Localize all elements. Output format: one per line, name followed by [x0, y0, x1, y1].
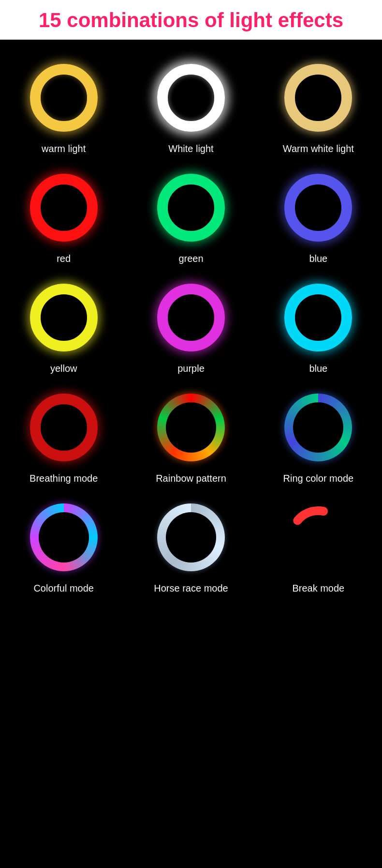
light-label-ring-color-mode: Ring color mode [283, 473, 354, 484]
light-item-green: green [127, 159, 254, 269]
light-item-ring-color-mode: Ring color mode [255, 379, 382, 489]
svg-point-0 [292, 511, 345, 564]
ring-warmwhite [284, 64, 352, 132]
light-item-cyan: blue [255, 269, 382, 379]
ring-breathing [30, 394, 98, 461]
light-item-colorful-mode: Colorful mode [0, 489, 127, 599]
ring-blue-dark [284, 174, 352, 242]
ring-colorful [30, 503, 98, 571]
light-label-warm-white-light: Warm white light [283, 143, 354, 154]
light-item-warm-white-light: Warm white light [255, 49, 382, 159]
page-title: 15 combinations of light effects [5, 9, 377, 32]
ring-wrapper-blue-dark [279, 169, 357, 246]
ring-wrapper-breathing-mode [25, 389, 103, 466]
light-item-yellow: yellow [0, 269, 127, 379]
light-label-cyan: blue [309, 363, 327, 374]
ring-wrapper-break-mode [279, 499, 357, 576]
ring-colormode [284, 394, 352, 461]
light-label-yellow: yellow [50, 363, 77, 374]
light-item-breathing-mode: Breathing mode [0, 379, 127, 489]
light-item-warm-light: warm light [0, 49, 127, 159]
light-label-breathing-mode: Breathing mode [29, 473, 98, 484]
ring-wrapper-horse-race-mode [152, 499, 230, 576]
ring-wrapper-warm-light [25, 59, 103, 137]
light-label-break-mode: Break mode [292, 583, 344, 594]
ring-red [30, 174, 98, 242]
ring-cyan [284, 284, 352, 351]
light-label-colorful-mode: Colorful mode [33, 583, 94, 594]
ring-wrapper-yellow [25, 279, 103, 356]
ring-wrapper-purple [152, 279, 230, 356]
ring-wrapper-colorful-mode [25, 499, 103, 576]
light-label-horse-race-mode: Horse race mode [154, 583, 228, 594]
ring-rainbow [157, 394, 225, 461]
light-label-warm-light: warm light [42, 143, 86, 154]
light-item-white-light: White light [127, 49, 254, 159]
ring-wrapper-rainbow-pattern [152, 389, 230, 466]
light-item-red: red [0, 159, 127, 269]
light-item-break-mode: Break mode [255, 489, 382, 599]
light-label-green: green [178, 253, 203, 264]
light-label-white-light: White light [168, 143, 213, 154]
ring-yellow [30, 284, 98, 351]
light-label-blue-dark: blue [309, 253, 327, 264]
ring-wrapper-green [152, 169, 230, 246]
light-item-horse-race-mode: Horse race mode [127, 489, 254, 599]
ring-green [157, 174, 225, 242]
light-effects-grid: warm light White light Warm white light … [0, 40, 382, 609]
ring-wrapper-ring-color-mode [279, 389, 357, 466]
ring-wrapper-red [25, 169, 103, 246]
ring-wrapper-cyan [279, 279, 357, 356]
ring-break [284, 503, 352, 571]
light-item-rainbow-pattern: Rainbow pattern [127, 379, 254, 489]
ring-wrapper-white-light [152, 59, 230, 137]
light-item-blue-dark: blue [255, 159, 382, 269]
page-header: 15 combinations of light effects [0, 0, 382, 40]
break-arc-svg [284, 503, 352, 571]
ring-purple [157, 284, 225, 351]
ring-horse [157, 503, 225, 571]
light-label-purple: purple [177, 363, 205, 374]
light-label-red: red [57, 253, 71, 264]
light-item-purple: purple [127, 269, 254, 379]
ring-white [157, 64, 225, 132]
ring-wrapper-warm-white-light [279, 59, 357, 137]
ring-warm [30, 64, 98, 132]
light-label-rainbow-pattern: Rainbow pattern [156, 473, 226, 484]
